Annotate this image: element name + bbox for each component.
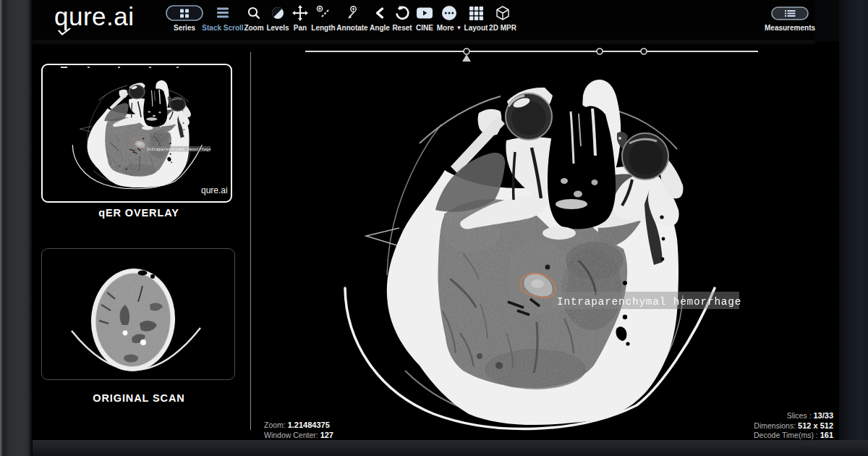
svg-text:qure.ai: qure.ai [201, 185, 228, 195]
